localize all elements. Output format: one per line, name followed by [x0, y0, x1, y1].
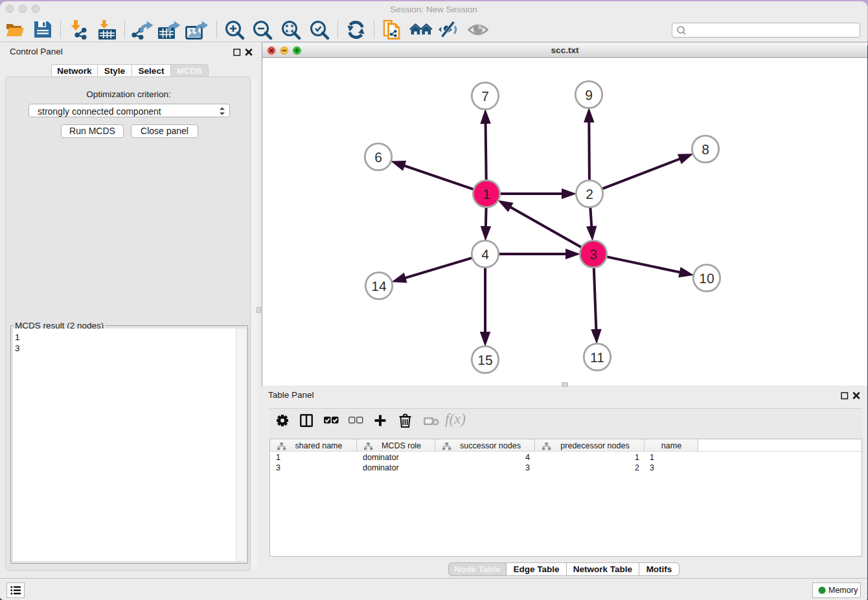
svg-text:15: 15: [477, 353, 492, 368]
svg-text:11: 11: [590, 351, 604, 365]
svg-text:4: 4: [481, 248, 489, 262]
svg-text:10: 10: [699, 271, 714, 286]
svg-text:2: 2: [586, 187, 593, 202]
svg-text:14: 14: [371, 279, 387, 294]
svg-text:6: 6: [374, 150, 382, 165]
svg-text:9: 9: [585, 88, 593, 103]
svg-text:8: 8: [702, 143, 709, 157]
svg-text:3: 3: [589, 248, 597, 262]
svg-text:7: 7: [481, 89, 489, 104]
svg-text:1: 1: [483, 187, 490, 202]
